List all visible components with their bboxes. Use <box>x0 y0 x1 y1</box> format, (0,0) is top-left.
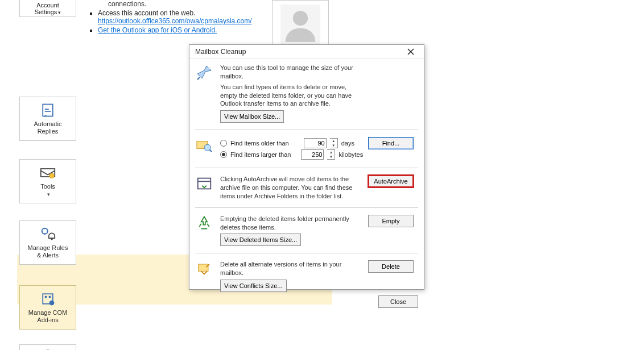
delete-row: Delete all alternate versions of items i… <box>195 260 418 292</box>
separator <box>195 253 418 253</box>
automatic-replies-icon <box>40 102 56 118</box>
autoarchive-text: Clicking AutoArchive will move old items… <box>220 175 365 201</box>
svg-rect-16 <box>199 264 209 271</box>
manage-addins-icon <box>40 348 56 350</box>
separator <box>195 207 418 208</box>
chevron-up-icon: ▲ <box>330 139 337 143</box>
empty-row: Emptying the deleted items folder perman… <box>195 215 418 247</box>
broom-icon <box>195 64 213 82</box>
svg-rect-8 <box>45 296 47 298</box>
find-icon <box>195 137 213 155</box>
connections-text: connections. <box>108 0 336 8</box>
tile-manage-com-addins[interactable]: Manage COMAdd-ins <box>19 285 76 330</box>
older-spinner[interactable]: ▲▼ <box>330 138 338 148</box>
label: Tools <box>40 183 55 190</box>
svg-point-10 <box>49 301 55 306</box>
intro-text-1: You can use this tool to manage the size… <box>220 64 365 81</box>
chevron-down-icon: ▼ <box>330 143 337 148</box>
larger-label: Find items larger than <box>230 151 291 158</box>
dialog-title: Mailbox Cleanup <box>195 48 246 56</box>
svg-rect-2 <box>43 105 53 116</box>
label: Manage Rules <box>28 244 68 251</box>
svg-point-6 <box>51 238 53 240</box>
intro-row: You can use this tool to manage the size… <box>195 64 418 123</box>
close-dialog-button[interactable]: Close <box>378 295 418 308</box>
delete-button[interactable]: Delete <box>368 260 414 273</box>
label: Add-ins <box>37 316 58 323</box>
svg-rect-9 <box>49 296 51 298</box>
larger-value-input[interactable] <box>301 149 324 160</box>
larger-spinner[interactable]: ▲▼ <box>327 149 335 160</box>
separator <box>195 168 418 168</box>
chevron-down-icon: ▾ <box>47 191 50 197</box>
view-mailbox-size-button[interactable]: View Mailbox Size... <box>220 110 284 123</box>
close-icon <box>407 48 414 55</box>
label: Access this account on the web. <box>98 9 195 17</box>
radio-older-than[interactable] <box>220 140 227 147</box>
intro-text-2: You can find types of items to delete or… <box>220 83 365 109</box>
label: Manage COM <box>28 309 67 316</box>
access-web-line: Access this account on the web. https://… <box>98 9 336 25</box>
rules-alerts-icon <box>40 226 56 242</box>
label: Account <box>36 2 59 9</box>
view-deleted-size-button[interactable]: View Deleted Items Size... <box>220 234 301 246</box>
conflicts-icon <box>195 260 213 278</box>
delete-text: Delete all alternate versions of items i… <box>220 260 365 277</box>
label: Settings <box>35 9 57 15</box>
tile-automatic-replies[interactable]: AutomaticReplies <box>19 97 76 141</box>
tools-icon <box>40 165 56 181</box>
close-button[interactable] <box>401 45 420 59</box>
label: Automatic <box>34 120 62 127</box>
tile-account-settings[interactable]: AccountSettings▾ <box>19 0 76 17</box>
find-button[interactable]: Find... <box>368 137 414 149</box>
view-conflicts-size-button[interactable]: View Conflicts Size... <box>220 280 287 292</box>
larger-unit: kilobytes <box>338 151 363 158</box>
get-outlook-app-link[interactable]: Get the Outlook app for iOS or Android. <box>98 26 217 34</box>
tile-manage-addins[interactable]: Manage Add- <box>19 344 76 350</box>
recycle-icon <box>195 215 213 233</box>
empty-text: Emptying the deleted items folder perman… <box>220 215 365 232</box>
find-row: Find items older than ▲▼ days Find items… <box>195 137 418 161</box>
archive-icon <box>195 175 213 193</box>
older-unit: days <box>341 140 354 147</box>
autoarchive-button[interactable]: AutoArchive <box>368 175 414 188</box>
radio-larger-than[interactable] <box>220 151 227 158</box>
tile-manage-rules[interactable]: Manage Rules& Alerts <box>19 220 76 265</box>
autoarchive-row: Clicking AutoArchive will move old items… <box>195 175 418 201</box>
chevron-down-icon: ▼ <box>327 155 335 159</box>
chevron-down-icon: ▾ <box>58 10 61 15</box>
owa-link[interactable]: https://outlook.office365.com/owa/cpmala… <box>98 17 252 25</box>
empty-button[interactable]: Empty <box>368 215 414 227</box>
svg-point-4 <box>49 173 55 178</box>
com-addins-icon <box>40 291 56 307</box>
label: & Alerts <box>37 252 59 259</box>
tile-tools[interactable]: Tools▾ <box>19 159 76 203</box>
dialog-titlebar: Mailbox Cleanup <box>189 45 424 59</box>
mailbox-cleanup-dialog: Mailbox Cleanup You can use this tool to… <box>189 44 424 290</box>
older-label: Find items older than <box>230 140 289 147</box>
account-info-fragment: connections. Access this account on the … <box>85 0 336 35</box>
chevron-up-icon: ▲ <box>327 150 335 155</box>
separator <box>195 130 418 130</box>
older-value-input[interactable] <box>304 138 327 148</box>
label: Replies <box>38 128 59 135</box>
